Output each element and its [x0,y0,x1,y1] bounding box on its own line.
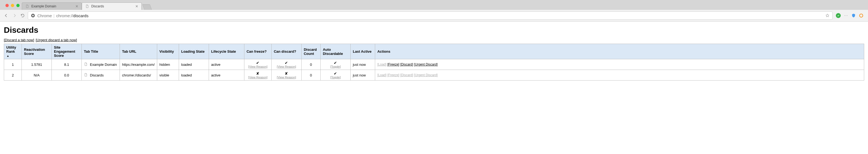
address-scheme: Chrome [37,14,52,18]
cell-can-discard: ✘[View Reason] [271,70,301,81]
col-tab-title[interactable]: Tab Title [82,44,120,59]
sort-asc-icon: ▲ [6,54,9,57]
discard-tab-now-link[interactable]: [Discard a tab now] [4,38,34,42]
col-visibility[interactable]: Visibility [157,44,179,59]
toggle-link[interactable]: [Toggle] [323,76,348,79]
view-reason-link[interactable]: [View Reason] [247,76,269,79]
cell-can-discard: ✔[View Reason] [271,59,301,70]
view-reason-link[interactable]: [View Reason] [274,65,299,68]
table-header-row: Utility Rank▲ Reactivation Score Site En… [4,44,864,59]
window-zoom-icon[interactable] [17,4,20,7]
extension-icon[interactable] [836,13,841,18]
load-action: [Load] [377,73,386,77]
back-button[interactable] [3,12,9,19]
browser-tab[interactable]: Discards [82,2,142,10]
tab-title-text: Example Domain [90,62,117,67]
check-icon: ✔ [274,60,299,65]
cell-reactivation-score: 1.5781 [22,59,52,70]
tab-title: Example Domain [31,4,73,8]
col-auto-discardable[interactable]: Auto Discardable [320,44,350,59]
col-can-discard[interactable]: Can discard? [271,44,301,59]
extension-icons: ⋯ [835,13,865,18]
extension-circle-icon[interactable] [859,13,864,18]
cell-tab-url: https://example.com/ [120,59,157,70]
col-reactivation-score[interactable]: Reactivation Score [22,44,52,59]
col-tab-url[interactable]: Tab URL [120,44,157,59]
new-tab-button[interactable] [142,4,152,10]
freeze-action: [Freeze] [388,73,399,77]
cell-lifecycle-state: active [209,70,244,81]
tab-title: Discards [91,4,133,8]
close-tab-icon[interactable] [75,5,79,8]
urgent-discard-action[interactable]: [Urgent Discard] [414,62,438,66]
window-close-icon[interactable] [5,4,9,7]
page-favicon-icon [85,4,89,8]
view-reason-link[interactable]: [View Reason] [247,65,269,68]
cell-actions: [Load] [Freeze] [Discard] [Urgent Discar… [375,59,864,70]
cell-lifecycle-state: active [209,59,244,70]
window-minimize-icon[interactable] [11,4,14,7]
col-actions[interactable]: Actions [375,44,864,59]
window-controls [3,2,22,7]
address-separator: | [53,14,55,18]
browser-tab[interactable]: Example Domain [22,2,82,10]
cell-tab-title: Example Domain [82,59,120,70]
cell-utility-rank: 1 [4,59,22,70]
discards-table: Utility Rank▲ Reactivation Score Site En… [4,44,864,81]
col-lifecycle-state[interactable]: Lifecycle State [209,44,244,59]
check-icon: ✔ [247,60,269,65]
cell-discard-count: 0 [301,70,320,81]
urgent-discard-action: [Urgent Discard] [414,73,438,77]
bookmark-star-icon[interactable] [825,14,830,18]
check-icon: ✔ [323,71,348,76]
close-tab-icon[interactable] [135,5,139,8]
address-bar[interactable]: Chrome | chrome://discards [28,11,833,20]
cell-last-active: just now [350,70,375,81]
address-path: discards [73,14,89,18]
table-row: 11.57818.1Example Domainhttps://example.… [4,59,864,70]
tab-strip: Example DomainDiscards [0,0,868,10]
extension-menu-icon[interactable]: ⋯ [843,13,848,18]
check-icon: ✔ [323,60,348,65]
discard-action[interactable]: [Discard] [400,62,413,66]
cell-loading-state: loaded [179,59,209,70]
window-chrome: Example DomainDiscards Chrome | chrome:/… [0,0,868,22]
cell-site-engagement: 8.1 [52,59,82,70]
cell-can-freeze: ✘[View Reason] [244,70,271,81]
svg-point-1 [32,15,33,16]
page-favicon-icon [84,73,88,78]
page-favicon-icon [25,4,29,8]
forward-button[interactable] [11,12,18,19]
cell-actions: [Load] [Freeze] [Discard] [Urgent Discar… [375,70,864,81]
cell-auto-discardable: ✔[Toggle] [320,59,350,70]
reload-button[interactable] [20,12,26,19]
cell-reactivation-score: N/A [22,70,52,81]
cell-visibility: visible [157,70,179,81]
freeze-action[interactable]: [Freeze] [388,62,399,66]
load-action: [Load] [377,62,386,66]
discard-action: [Discard] [400,73,413,77]
extension-shield-icon[interactable] [851,13,856,18]
cell-utility-rank: 2 [4,70,22,81]
check-icon: ✘ [274,71,299,76]
cell-discard-count: 0 [301,59,320,70]
address-text: Chrome | chrome://discards [37,14,823,18]
col-can-freeze[interactable]: Can freeze? [244,44,271,59]
address-path-dim: chrome:// [56,14,73,18]
cell-visibility: hidden [157,59,179,70]
tab-title-text: Discards [90,73,104,77]
page-content: Discards [Discard a tab now] [Urgent dis… [0,22,868,84]
col-loading-state[interactable]: Loading State [179,44,209,59]
col-site-engagement[interactable]: Site Engagement Score [52,44,82,59]
col-last-active[interactable]: Last Active [350,44,375,59]
top-action-links: [Discard a tab now] [Urgent discard a ta… [4,38,864,42]
cell-tab-url: chrome://discards/ [120,70,157,81]
toggle-link[interactable]: [Toggle] [323,65,348,68]
col-discard-count[interactable]: Discard Count [301,44,320,59]
cell-site-engagement: 0.0 [52,70,82,81]
chrome-icon [31,14,35,18]
cell-can-freeze: ✔[View Reason] [244,59,271,70]
view-reason-link[interactable]: [View Reason] [274,76,299,79]
urgent-discard-tab-now-link[interactable]: [Urgent discard a tab now] [36,38,77,42]
col-utility-rank[interactable]: Utility Rank▲ [4,44,22,59]
